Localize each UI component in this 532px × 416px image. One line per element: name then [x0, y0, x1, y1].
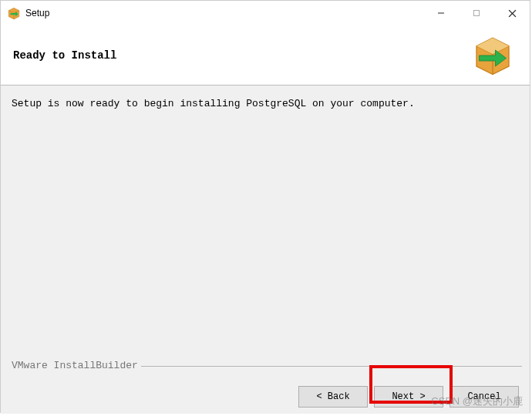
- cancel-button[interactable]: Cancel: [450, 386, 519, 408]
- box-arrow-icon: [7, 6, 21, 20]
- minimize-button[interactable]: [423, 1, 459, 25]
- ready-message: Setup is now ready to begin installing P…: [12, 98, 519, 109]
- wizard-footer: VMware InstallBuilder < Back Next > Canc…: [1, 354, 530, 414]
- back-button[interactable]: < Back: [298, 386, 368, 408]
- setup-window: Setup Ready to Install Setup i: [0, 0, 530, 413]
- titlebar: Setup: [1, 1, 530, 25]
- page-title: Ready to Install: [13, 49, 116, 62]
- button-row: < Back Next > Cancel: [298, 386, 519, 408]
- window-controls: [423, 1, 530, 25]
- box-arrow-large-icon: [471, 34, 514, 77]
- svg-rect-1: [474, 11, 480, 16]
- maximize-button[interactable]: [459, 1, 494, 25]
- content-area: Setup is now ready to begin installing P…: [1, 86, 530, 354]
- close-button[interactable]: [494, 1, 530, 25]
- brand-label: VMware InstallBuilder: [8, 360, 141, 371]
- window-title: Setup: [25, 8, 423, 18]
- next-button[interactable]: Next >: [374, 386, 443, 408]
- wizard-header: Ready to Install: [1, 25, 530, 86]
